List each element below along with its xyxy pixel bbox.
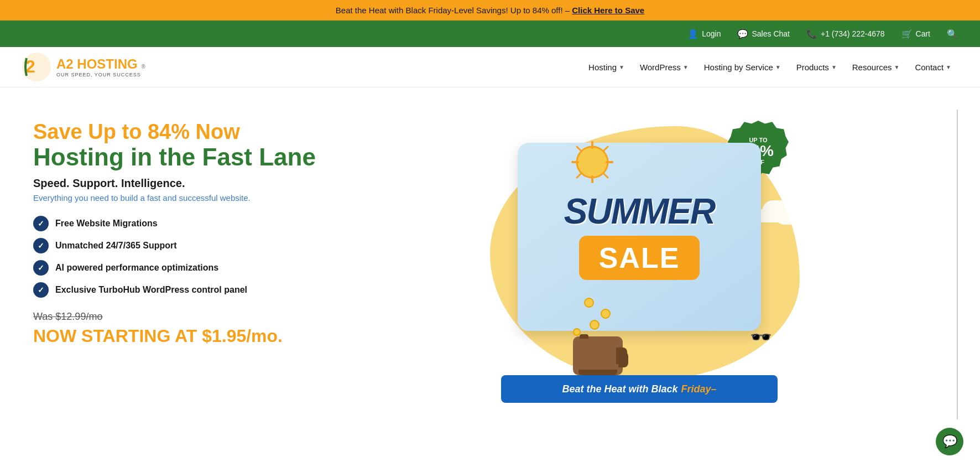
chevron-down-icon: ▼ (831, 64, 837, 70)
cart-nav-item[interactable]: 🛒 Cart (901, 29, 930, 39)
feature-list: ✓ Free Website Migrations ✓ Unmatched 24… (33, 216, 321, 298)
cart-icon: 🛒 (901, 29, 913, 39)
coin-decoration (601, 309, 611, 319)
was-price: Was $12.99/mo (33, 311, 321, 323)
main-nav: 2 A2 HOSTING ® OUR SPEED, YOUR SUCCESS H… (0, 47, 980, 87)
sales-chat-label: Sales Chat (752, 29, 789, 38)
search-nav-item[interactable]: 🔍 (947, 29, 958, 39)
now-price: NOW STARTING AT $1.95/mo. (33, 326, 321, 346)
hero-illustration: UP TO 84% OFF SUMMER SALE (321, 110, 958, 419)
sunglasses-decoration: 🕶️ (750, 326, 772, 347)
svg-point-2 (577, 147, 608, 178)
nav-hosting[interactable]: Hosting ▼ (582, 58, 631, 76)
hero-section: Save Up to 84% Now Hosting in the Fast L… (0, 87, 980, 430)
chevron-down-icon: ▼ (775, 64, 781, 70)
sale-badge: SALE (579, 236, 700, 280)
sun-decoration (570, 140, 614, 186)
save-headline: Save Up to 84% Now (33, 121, 321, 144)
coin-decoration (590, 320, 600, 330)
brand-hosting: HOSTING (77, 56, 137, 71)
cloud-decoration (755, 209, 794, 222)
user-icon: 👤 (687, 29, 698, 39)
check-icon: ✓ (33, 282, 49, 298)
cart-label: Cart (916, 29, 930, 38)
logo-icon: 2 (22, 53, 51, 81)
coin-decoration (584, 298, 594, 308)
main-nav-links: Hosting ▼ WordPress ▼ Hosting by Service… (582, 58, 958, 76)
list-item: ✓ Exclusive TurboHub WordPress control p… (33, 282, 321, 298)
nav-products[interactable]: Products ▼ (790, 58, 843, 76)
banner-text: Beat the Heat with Black Friday-Level Sa… (336, 6, 570, 15)
subtext: Everything you need to build a fast and … (33, 193, 321, 203)
wallet-decoration (573, 336, 623, 375)
feature-label: Free Website Migrations (55, 219, 158, 229)
subtext-end: and successful website. (160, 193, 251, 203)
svg-line-9 (604, 147, 608, 151)
feature-label: Unmatched 24/7/365 Support (55, 241, 177, 251)
svg-line-7 (577, 147, 581, 151)
chevron-down-icon: ▼ (946, 64, 951, 70)
login-label: Login (702, 29, 721, 38)
nav-contact[interactable]: Contact ▼ (908, 58, 958, 76)
brand-name: A2 HOSTING ® (56, 56, 145, 72)
chevron-down-icon: ▼ (683, 64, 689, 70)
nav-wordpress[interactable]: WordPress ▼ (633, 58, 695, 76)
hero-content: Save Up to 84% Now Hosting in the Fast L… (33, 110, 321, 419)
banner-link[interactable]: Click Here to Save (572, 6, 644, 15)
chevron-down-icon: ▼ (619, 64, 624, 70)
summer-sale-graphic: UP TO 84% OFF SUMMER SALE (473, 110, 805, 419)
nav-hosting-by-service[interactable]: Hosting by Service ▼ (697, 58, 788, 76)
vertical-divider (957, 110, 958, 419)
summer-text: SUMMER (564, 194, 715, 229)
subtext-start: Everything you need to build a (33, 193, 147, 203)
svg-line-10 (577, 174, 581, 178)
list-item: ✓ Unmatched 24/7/365 Support (33, 238, 321, 253)
svg-line-8 (604, 174, 608, 178)
list-item: ✓ Free Website Migrations (33, 216, 321, 231)
sale-text: SALE (599, 242, 680, 274)
check-icon: ✓ (33, 238, 49, 253)
feature-label: Exclusive TurboHub WordPress control pan… (55, 285, 247, 295)
brand-tagline: OUR SPEED, YOUR SUCCESS (56, 72, 145, 77)
subheadline: Speed. Support. Intelligence. (33, 177, 321, 190)
bottom-sale-bar: Beat the Heat with Black Friday– (501, 375, 778, 403)
sales-chat-nav-item[interactable]: 💬 Sales Chat (737, 29, 789, 39)
search-icon: 🔍 (947, 29, 958, 39)
login-nav-item[interactable]: 👤 Login (687, 29, 721, 39)
bottom-bar-text: Beat the Heat with Black (562, 383, 677, 395)
main-headline: Hosting in the Fast Lane (33, 144, 321, 170)
sale-card: SUMMER SALE (518, 143, 761, 331)
phone-icon: 📞 (806, 29, 817, 39)
now-price-value: $1.95/mo. (202, 326, 283, 346)
list-item: ✓ AI powered performance optimizations (33, 260, 321, 276)
subtext-link: fast (147, 193, 160, 203)
phone-label: +1 (734) 222-4678 (821, 29, 885, 38)
top-banner: Beat the Heat with Black Friday-Level Sa… (0, 0, 980, 20)
chat-icon: 💬 (737, 29, 748, 39)
green-nav: 👤 Login 💬 Sales Chat 📞 +1 (734) 222-4678… (0, 20, 980, 47)
brand-a2: A2 (56, 56, 74, 71)
phone-nav-item[interactable]: 📞 +1 (734) 222-4678 (806, 29, 885, 39)
nav-resources[interactable]: Resources ▼ (846, 58, 906, 76)
now-price-prefix: NOW STARTING AT (33, 326, 202, 346)
chevron-down-icon: ▼ (894, 64, 899, 70)
feature-label: AI powered performance optimizations (55, 263, 218, 273)
check-icon: ✓ (33, 216, 49, 231)
logo[interactable]: 2 A2 HOSTING ® OUR SPEED, YOUR SUCCESS (22, 53, 145, 81)
check-icon: ✓ (33, 260, 49, 276)
